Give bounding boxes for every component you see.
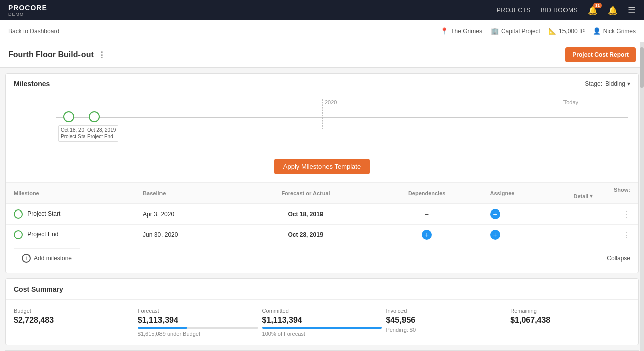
cost-bar-fill <box>138 327 187 329</box>
timeline-today: Today <box>561 99 578 129</box>
cost-value: $2,728,483 <box>14 316 134 325</box>
row-options-icon[interactable]: ⋮ <box>622 231 630 239</box>
notification-bell[interactable]: 🔔 31 <box>588 6 598 15</box>
col-dependencies: Dependencies <box>372 183 482 204</box>
cost-label: Remaining <box>510 308 630 314</box>
bid-rooms-link[interactable]: BID ROOMS <box>541 7 578 14</box>
timeline-filled <box>56 117 628 118</box>
page-options-icon[interactable]: ⋮ <box>98 50 106 60</box>
col-milestone: Milestone <box>6 183 135 204</box>
milestone-dot-end[interactable] <box>89 111 100 122</box>
username: Nick Grimes <box>603 28 636 35</box>
table-row: Project Start Apr 3, 2020 Oct 18, 2019 –… <box>6 204 638 225</box>
scroll-thumb[interactable] <box>640 47 644 88</box>
scrollbar[interactable] <box>640 42 644 351</box>
show-label: Show: <box>614 187 630 193</box>
area-value: 15,000 ft² <box>559 28 585 35</box>
cost-item: Committed $1,113,394 100% of Forecast <box>262 308 382 337</box>
cost-bar-bg <box>262 327 382 329</box>
timeline-track <box>56 117 628 118</box>
logo-demo: DEMO <box>8 12 47 17</box>
add-collapse-row: + Add milestone Collapse <box>6 245 638 273</box>
cost-item: Budget $2,728,483 <box>14 308 134 337</box>
page-header: Fourth Floor Build-out ⋮ Project Cost Re… <box>0 42 644 68</box>
milestones-header: Milestones Stage: Bidding ▾ <box>6 74 638 94</box>
stage-area: Stage: Bidding ▾ <box>585 80 630 87</box>
milestone-forecast: Oct 28, 2019 <box>239 225 372 245</box>
milestone-label-end: Oct 28, 2019 Project End <box>85 125 118 142</box>
stage-label: Stage: <box>585 80 602 87</box>
location-icon: 📍 <box>440 27 448 35</box>
user-info[interactable]: 👤 Nick Grimes <box>593 27 636 35</box>
project-location[interactable]: 📍 The Grimes <box>440 27 482 35</box>
alert-icon[interactable]: 🔔 <box>608 6 618 15</box>
stage-value: Bidding <box>605 80 625 87</box>
milestone-dependencies: + <box>372 225 482 245</box>
milestones-title: Milestones <box>14 80 50 88</box>
cost-label: Committed <box>262 308 382 314</box>
sub-navigation: Back to Dashboard 📍 The Grimes 🏢 Capital… <box>0 20 644 42</box>
sub-nav-right: 📍 The Grimes 🏢 Capital Project 📐 15,000 … <box>440 27 636 35</box>
apply-template-container: Apply Milestones Template <box>6 155 638 182</box>
notification-badge: 31 <box>593 3 602 8</box>
milestones-section: Milestones Stage: Bidding ▾ 2020 Today <box>5 73 639 273</box>
timeline-area: 2020 Today Oct 18, 2019 Project Start Oc… <box>6 94 638 155</box>
assignee-add-icon[interactable]: + <box>490 230 500 240</box>
cost-item: Invoiced $45,956 Pending: $0 <box>386 308 506 337</box>
milestone-actions: ⋮ <box>565 204 638 225</box>
page-title-area: Fourth Floor Build-out ⋮ <box>8 50 106 60</box>
show-dropdown[interactable]: Detail ▾ <box>573 193 630 199</box>
cost-value: $1,067,438 <box>510 316 630 325</box>
cost-value: $1,113,394 <box>262 316 382 325</box>
milestone-dependencies: – <box>372 204 482 225</box>
milestone-actions: ⋮ <box>565 225 638 245</box>
collapse-link[interactable]: Collapse <box>607 255 630 262</box>
cost-label: Forecast <box>138 308 258 314</box>
assignee-add-icon[interactable]: + <box>490 209 500 219</box>
chevron-down-icon: ▾ <box>627 80 630 87</box>
building-icon: 🏢 <box>491 27 499 35</box>
show-chevron-icon: ▾ <box>590 193 593 199</box>
cost-summary-header: Cost Summary <box>6 279 638 300</box>
main-content: Milestones Stage: Bidding ▾ 2020 Today <box>0 73 644 351</box>
cost-summary-section: Cost Summary Budget $2,728,483 Forecast … <box>5 278 639 345</box>
col-forecast: Forecast or Actual <box>239 183 372 204</box>
project-type[interactable]: 🏢 Capital Project <box>491 27 540 35</box>
cost-label: Budget <box>14 308 134 314</box>
logo[interactable]: PROCORE DEMO <box>8 4 47 17</box>
dep-add-icon[interactable]: + <box>422 230 432 240</box>
add-milestone-button[interactable]: + Add milestone <box>14 248 80 268</box>
logo-text: PROCORE <box>8 4 47 12</box>
milestone-assignee: + <box>482 204 566 225</box>
row-options-icon[interactable]: ⋮ <box>622 210 630 219</box>
cost-summary-grid: Budget $2,728,483 Forecast $1,113,394 $1… <box>6 300 638 345</box>
cost-summary-title: Cost Summary <box>14 285 63 293</box>
stage-dropdown[interactable]: Bidding ▾ <box>605 80 630 87</box>
cost-sub: Pending: $0 <box>386 327 506 333</box>
cost-value: $45,956 <box>386 316 506 325</box>
col-assignee: Assignee <box>482 183 566 204</box>
apply-milestones-button[interactable]: Apply Milestones Template <box>274 159 370 174</box>
add-milestone-label: Add milestone <box>34 255 72 262</box>
nav-right: PROJECTS BID ROOMS 🔔 31 🔔 ☰ <box>497 5 636 16</box>
milestone-dot-start[interactable] <box>63 111 74 122</box>
back-dashboard-link[interactable]: Back to Dashboard <box>8 28 59 35</box>
milestone-baseline: Jun 30, 2020 <box>135 225 239 245</box>
project-area[interactable]: 📐 15,000 ft² <box>548 27 585 35</box>
hamburger-menu[interactable]: ☰ <box>628 5 636 16</box>
milestone-name: Project Start <box>6 204 135 225</box>
cost-label: Invoiced <box>386 308 506 314</box>
timeline-year: 2020 <box>322 99 337 129</box>
milestone-forecast: Oct 18, 2019 <box>239 204 372 225</box>
cost-sub: 100% of Forecast <box>262 331 382 337</box>
col-show: Show: Detail ▾ <box>565 183 638 204</box>
top-navigation: PROCORE DEMO PROJECTS BID ROOMS 🔔 31 🔔 ☰ <box>0 0 644 20</box>
project-cost-report-button[interactable]: Project Cost Report <box>565 47 636 62</box>
table-row: Project End Jun 30, 2020 Oct 28, 2019 + … <box>6 225 638 245</box>
cost-value: $1,113,394 <box>138 316 258 325</box>
show-value: Detail <box>573 193 588 199</box>
page-title: Fourth Floor Build-out <box>8 50 94 59</box>
projects-link[interactable]: PROJECTS <box>497 7 531 14</box>
milestone-circle-icon <box>14 230 23 239</box>
cost-item: Forecast $1,113,394 $1,615,089 under Bud… <box>138 308 258 337</box>
